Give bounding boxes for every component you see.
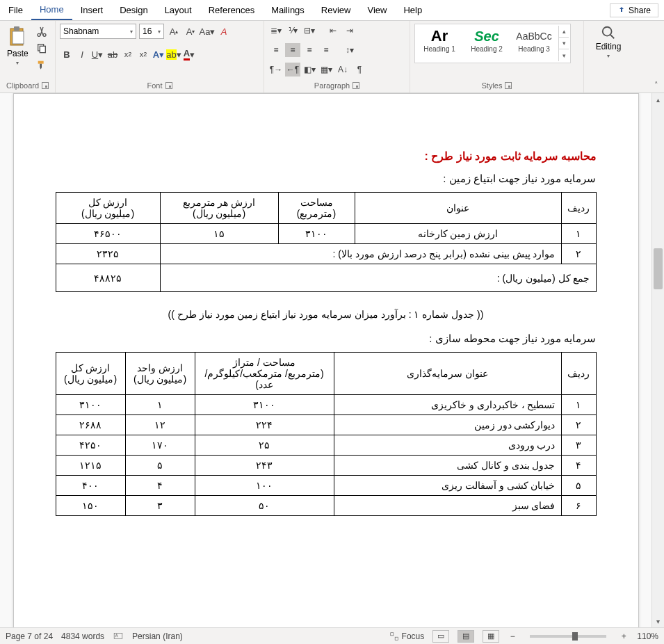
subheading-2: سرمایه مورد نیاز جهت محوطه سازی : [56, 332, 597, 345]
td: ۵ [561, 476, 596, 496]
styles-more-button[interactable]: ▾ [559, 49, 569, 61]
highlight-button[interactable]: ab▾ [167, 47, 181, 61]
group-editing: Editing ▾ [584, 21, 633, 92]
tab-home[interactable]: Home [31, 0, 72, 20]
format-painter-button[interactable] [35, 58, 48, 71]
increase-indent-button[interactable]: ⇥ [342, 24, 357, 38]
numbering-button[interactable]: ⅟▾ [285, 24, 300, 38]
align-right-button[interactable]: ≡ [302, 43, 317, 57]
strikethrough-button[interactable]: ab [106, 47, 120, 61]
justify-button[interactable]: ≡ [318, 43, 334, 57]
table-caption-1: (( جدول شماره ۱ : برآورد میزان سرمایه مو… [56, 309, 597, 320]
td: ۱ [561, 224, 596, 244]
share-button[interactable]: Share [610, 3, 658, 17]
font-name-combo[interactable]: Shabnam▾ [60, 24, 136, 39]
svg-point-7 [603, 27, 612, 36]
page-indicator[interactable]: Page 7 of 24 [6, 631, 53, 641]
word-count[interactable]: 4834 words [61, 631, 104, 641]
font-dialog-launcher[interactable] [165, 82, 172, 89]
ltr-button[interactable]: ¶→ [268, 63, 284, 77]
rtl-button[interactable]: ←¶ [285, 63, 300, 77]
style-heading-3[interactable]: AaBbCc Heading 3 [511, 26, 557, 61]
subscript-button[interactable]: x2 [121, 47, 135, 61]
scroll-thumb[interactable] [654, 248, 663, 289]
th: عنوان سرمایه‌گذاری [334, 353, 561, 395]
scroll-track[interactable] [652, 106, 664, 615]
td: ۴ [561, 456, 596, 476]
tab-help[interactable]: Help [395, 1, 430, 19]
shrink-font-button[interactable]: A▾ [184, 24, 197, 38]
td: درب ورودی [334, 435, 561, 456]
th: ردیف [561, 353, 596, 395]
spellcheck-icon[interactable] [113, 631, 124, 641]
focus-icon [389, 631, 399, 641]
language-indicator[interactable]: Persian (Iran) [132, 631, 183, 641]
td: ۱۷۰ [125, 435, 195, 456]
tab-references[interactable]: References [200, 1, 263, 19]
paste-button[interactable]: Paste ▾ [4, 24, 31, 67]
show-marks-button[interactable]: ¶ [352, 63, 367, 77]
tab-mailings[interactable]: Mailings [263, 1, 313, 19]
tab-review[interactable]: Review [313, 1, 359, 19]
table-row: ۱تسطیح ، خاکبرداری و خاکریزی۳۱۰۰۱۳۱۰۰ [56, 395, 596, 415]
scroll-down-button[interactable]: ▾ [652, 615, 664, 627]
paragraph-dialog-launcher[interactable] [353, 82, 359, 89]
print-layout-button[interactable]: ▤ [457, 630, 474, 643]
paste-label: Paste [7, 49, 29, 58]
tab-design[interactable]: Design [111, 1, 156, 19]
td: ۴۸۸۲۵ [56, 264, 160, 292]
table-2: ردیف عنوان سرمایه‌گذاری مساحت / متراژ (م… [56, 352, 597, 516]
cut-button[interactable] [35, 25, 48, 38]
td: ۱ [561, 395, 596, 415]
sort-button[interactable]: A↓ [335, 63, 350, 77]
text-effects-button[interactable]: A▾ [152, 47, 165, 61]
zoom-out-button[interactable]: − [508, 631, 517, 641]
change-case-button[interactable]: Aa▾ [200, 24, 214, 38]
clipboard-dialog-launcher[interactable] [42, 82, 49, 89]
collapse-ribbon-button[interactable]: ˄ [654, 81, 658, 90]
decrease-indent-button[interactable]: ⇤ [325, 24, 341, 38]
shading-button[interactable]: ◧▾ [302, 63, 317, 77]
focus-label: Focus [402, 631, 425, 641]
zoom-thumb[interactable] [572, 632, 578, 641]
zoom-level[interactable]: 110% [637, 631, 658, 641]
web-layout-button[interactable]: ▦ [483, 630, 499, 643]
borders-button[interactable]: ▦▾ [318, 63, 334, 77]
copy-button[interactable] [35, 42, 48, 54]
line-spacing-button[interactable]: ↕▾ [342, 43, 357, 57]
bold-button[interactable]: B [60, 47, 74, 61]
superscript-button[interactable]: x2 [136, 47, 150, 61]
td: جمع کل (میلیون ریال) : [160, 264, 596, 292]
read-mode-button[interactable]: ▭ [432, 630, 449, 643]
zoom-slider[interactable] [530, 635, 606, 638]
align-left-button[interactable]: ≡ [268, 43, 284, 57]
bullets-button[interactable]: ≣▾ [268, 24, 284, 38]
td: ۲ [561, 244, 596, 264]
scroll-up-button[interactable]: ▴ [652, 93, 664, 106]
tab-insert[interactable]: Insert [72, 1, 112, 19]
tab-file[interactable]: File [0, 1, 31, 19]
style-name-1: Heading 1 [416, 45, 462, 53]
focus-mode-button[interactable]: Focus [389, 631, 425, 641]
td: تسطیح ، خاکبرداری و خاکریزی [334, 395, 561, 415]
zoom-in-button[interactable]: + [619, 631, 629, 641]
style-heading-1[interactable]: Ar Heading 1 [416, 26, 462, 61]
document-area[interactable]: محاسبه سرمایه ثابت مورد نیاز طرح : سرمای… [0, 93, 651, 627]
styles-dialog-launcher[interactable] [505, 82, 512, 89]
font-color-button[interactable]: A▾ [182, 47, 196, 61]
italic-button[interactable]: I [75, 47, 89, 61]
vertical-scrollbar[interactable]: ▴ ▾ [651, 93, 664, 627]
tab-layout[interactable]: Layout [156, 1, 200, 19]
tab-view[interactable]: View [359, 1, 395, 19]
editing-button[interactable]: Editing ▾ [592, 24, 626, 61]
styles-up-button[interactable]: ▴ [559, 26, 569, 38]
font-size-combo[interactable]: 16▾ [139, 24, 164, 39]
style-heading-2[interactable]: Sec Heading 2 [464, 26, 510, 61]
multilevel-button[interactable]: ⊟▾ [302, 24, 317, 38]
clear-formatting-button[interactable]: A [217, 24, 231, 38]
th: ارزش کل (میلیون ریال) [56, 353, 125, 395]
styles-down-button[interactable]: ▾ [559, 38, 569, 49]
underline-button[interactable]: U▾ [90, 47, 104, 61]
align-center-button[interactable]: ≡ [285, 43, 300, 57]
grow-font-button[interactable]: A▴ [167, 24, 181, 38]
